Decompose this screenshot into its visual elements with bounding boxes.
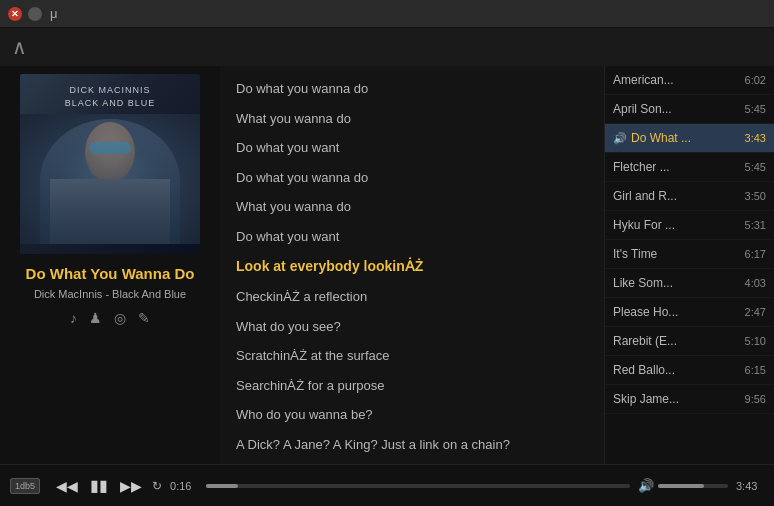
volume-area: 🔊 [638, 478, 728, 493]
pause-button[interactable]: ▮▮ [88, 474, 110, 497]
playing-icon: 🔊 [613, 132, 627, 145]
logo-box: 1db5 [10, 478, 40, 494]
volume-bar[interactable] [658, 484, 728, 488]
track-name-col: Fletcher ... [613, 160, 670, 174]
track-item[interactable]: It's Time6:17 [605, 240, 774, 269]
track-name-col: American... [613, 73, 674, 87]
track-name-col: Skip Jame... [613, 392, 679, 406]
action-icons-bar: ♪ ♟ ◎ ✎ [70, 310, 150, 326]
track-duration-label: 6:15 [745, 364, 766, 376]
track-name-col: April Son... [613, 102, 672, 116]
track-name-col: Red Ballo... [613, 363, 675, 377]
volume-icon[interactable]: 🔊 [638, 478, 654, 493]
track-name-label: Girl and R... [613, 189, 677, 203]
track-item[interactable]: Skip Jame...9:56 [605, 385, 774, 414]
lyric-line: What do you see? [236, 312, 588, 342]
track-name-label: American... [613, 73, 674, 87]
minimize-button[interactable] [28, 7, 42, 21]
track-duration-label: 3:43 [745, 132, 766, 144]
total-time: 3:43 [736, 480, 764, 492]
song-artist: Dick MacInnis - Black And Blue [34, 288, 186, 300]
prev-button[interactable]: ◀◀ [54, 476, 80, 496]
lyric-line: CheckinȦŻ a reflection [236, 282, 588, 312]
app-logo-mu: μ [50, 6, 58, 21]
track-item[interactable]: Rarebit (E...5:10 [605, 327, 774, 356]
track-name-col: 🔊Do What ... [613, 131, 691, 145]
track-name-label: Fletcher ... [613, 160, 670, 174]
song-title: Do What You Wanna Do [26, 264, 195, 284]
navbar: ∧ [0, 28, 774, 66]
album-art: DICK MACINNIS BLACK AND BLUE [20, 74, 200, 254]
logo-area: 1db5 [10, 478, 40, 494]
lyric-line: What you wanna do [236, 192, 588, 222]
track-name-col: Rarebit (E... [613, 334, 677, 348]
track-item[interactable]: American...6:02 [605, 66, 774, 95]
main-content: DICK MACINNIS BLACK AND BLUE Do What You… [0, 66, 774, 464]
track-duration-label: 6:17 [745, 248, 766, 260]
track-duration-label: 5:45 [745, 161, 766, 173]
lyric-line: Do what you want [236, 133, 588, 163]
track-duration-label: 5:45 [745, 103, 766, 115]
figure-overlay [40, 119, 180, 244]
track-name-label: Like Som... [613, 276, 673, 290]
lyric-line: Do what you wanna do [236, 74, 588, 104]
track-name-label: Rarebit (E... [613, 334, 677, 348]
user-icon[interactable]: ♟ [89, 310, 102, 326]
track-name-col: Like Som... [613, 276, 673, 290]
window-controls: ✕ [8, 7, 42, 21]
lyric-line: A Dick? A Jane? A King? Just a link on a… [236, 430, 588, 460]
track-item[interactable]: Hyku For ...5:31 [605, 211, 774, 240]
track-name-label: Do What ... [631, 131, 691, 145]
lyric-line: ScratchinȦŻ at the surface [236, 341, 588, 371]
edit-icon[interactable]: ✎ [138, 310, 150, 326]
track-item[interactable]: Fletcher ...5:45 [605, 153, 774, 182]
album-art-inner: DICK MACINNIS BLACK AND BLUE [20, 74, 200, 254]
next-button[interactable]: ▶▶ [118, 476, 144, 496]
track-duration-label: 5:10 [745, 335, 766, 347]
tracklist-panel: American...6:02April Son...5:45🔊Do What … [604, 66, 774, 464]
track-duration-label: 6:02 [745, 74, 766, 86]
track-item[interactable]: 🔊Do What ...3:43 [605, 124, 774, 153]
track-duration-label: 2:47 [745, 306, 766, 318]
track-duration-label: 3:50 [745, 190, 766, 202]
track-item[interactable]: Like Som...4:03 [605, 269, 774, 298]
progress-fill [206, 484, 238, 488]
repeat-icon[interactable]: ↻ [152, 479, 162, 493]
track-duration-label: 4:03 [745, 277, 766, 289]
track-item[interactable]: April Son...5:45 [605, 95, 774, 124]
track-name-col: Girl and R... [613, 189, 677, 203]
music-note-icon[interactable]: ♪ [70, 310, 77, 326]
disc-icon[interactable]: ◎ [114, 310, 126, 326]
bottom-bar: 1db5 ◀◀ ▮▮ ▶▶ ↻ 0:16 🔊 3:43 [0, 464, 774, 506]
left-panel: DICK MACINNIS BLACK AND BLUE Do What You… [0, 66, 220, 464]
track-duration-label: 5:31 [745, 219, 766, 231]
lyric-line: Do what you want [236, 222, 588, 252]
nav-up-button[interactable]: ∧ [12, 35, 27, 59]
track-duration-label: 9:56 [745, 393, 766, 405]
lyric-line: Who do you wanna be? [236, 400, 588, 430]
lyric-line: Do what you wanna do [236, 163, 588, 193]
album-figure [20, 114, 200, 244]
track-item[interactable]: Red Ballo...6:15 [605, 356, 774, 385]
titlebar: ✕ μ [0, 0, 774, 28]
volume-fill [658, 484, 704, 488]
lyric-line: What you wanna do [236, 104, 588, 134]
track-name-col: Hyku For ... [613, 218, 675, 232]
track-name-col: It's Time [613, 247, 657, 261]
current-time: 0:16 [170, 480, 198, 492]
track-name-label: It's Time [613, 247, 657, 261]
close-button[interactable]: ✕ [8, 7, 22, 21]
track-name-label: Skip Jame... [613, 392, 679, 406]
track-name-label: Please Ho... [613, 305, 678, 319]
lyric-line: SearchinȦŻ for a purpose [236, 371, 588, 401]
track-name-label: April Son... [613, 102, 672, 116]
track-name-label: Red Ballo... [613, 363, 675, 377]
track-name-col: Please Ho... [613, 305, 678, 319]
progress-bar[interactable] [206, 484, 630, 488]
track-item[interactable]: Please Ho...2:47 [605, 298, 774, 327]
track-item[interactable]: Girl and R...3:50 [605, 182, 774, 211]
album-artist-text: DICK MACINNIS BLACK AND BLUE [65, 84, 156, 109]
lyric-line: Look at everybody lookinȦŻ [236, 251, 588, 282]
track-name-label: Hyku For ... [613, 218, 675, 232]
lyrics-panel: Do what you wanna doWhat you wanna doDo … [220, 66, 604, 464]
